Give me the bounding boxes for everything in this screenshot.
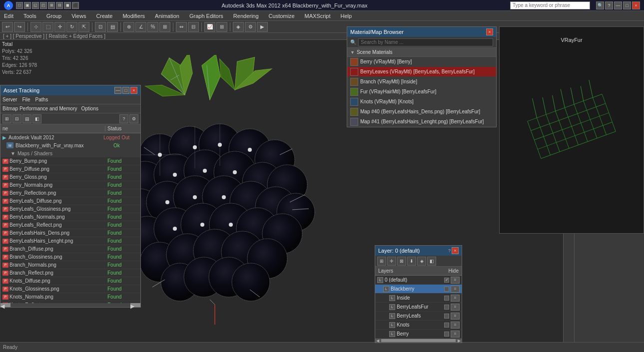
layer-row-6[interactable]: L Berry ≡ [375, 330, 462, 339]
move-btn[interactable]: ✛ [54, 22, 65, 32]
asset-scroll-left[interactable]: ◀ [0, 303, 10, 307]
menu-graph-editors[interactable]: Graph Editors [187, 12, 225, 20]
rotate-btn[interactable]: ↻ [66, 22, 77, 32]
layers-scroll-left[interactable]: ◀ [376, 339, 379, 343]
render-btn[interactable]: ▶ [257, 22, 268, 32]
reference-btn[interactable]: ⊡ [95, 22, 106, 32]
curve-editor-btn[interactable]: 📈 [204, 22, 215, 32]
layer-opts-6[interactable]: ≡ [451, 331, 460, 338]
asset-close-btn[interactable]: × [130, 87, 137, 94]
layer-check-5[interactable] [444, 323, 449, 328]
layer-opts-2[interactable]: ≡ [451, 295, 460, 302]
menu-animation[interactable]: Animation [153, 12, 181, 20]
asset-menu-file[interactable]: File [22, 97, 30, 102]
mat-item-4[interactable]: Knots (VRayMtl) [Knots] [347, 97, 496, 107]
layer-check-6[interactable] [444, 332, 449, 337]
menu-group[interactable]: Group [44, 12, 64, 20]
layer-row-0[interactable]: L 0 (default) ✓ ≡ [375, 276, 462, 285]
layers-scrollbar[interactable]: ◀ ▶ [375, 339, 462, 343]
asset-tb-btn-5[interactable]: ? [119, 114, 128, 123]
layer-btn[interactable]: ▤ [107, 22, 118, 32]
asset-tb-btn-4[interactable]: ◧ [32, 114, 41, 123]
select-region-btn[interactable]: ⬚ [42, 22, 53, 32]
mirror-btn[interactable]: ⇔ [176, 22, 187, 32]
layers-tb-2[interactable]: ✛ [387, 257, 396, 266]
help-search-input[interactable] [513, 2, 578, 8]
layer-opts-5[interactable]: ≡ [451, 322, 460, 329]
asset-scroll-right[interactable]: ▶ [130, 303, 140, 307]
asset-minimize-btn[interactable]: — [114, 87, 121, 94]
select-btn[interactable]: ⊹ [30, 22, 41, 32]
snap-btn[interactable]: ⊕ [123, 22, 134, 32]
align-btn[interactable]: ⊟ [188, 22, 199, 32]
help-search-box[interactable] [510, 1, 590, 9]
scale-btn[interactable]: ⇱ [78, 22, 89, 32]
undo-btn[interactable]: ↩ [2, 22, 13, 32]
menu-modifiers[interactable]: Modifiers [120, 12, 147, 20]
menu-customize[interactable]: Customize [267, 12, 297, 20]
asset-tb-btn-1[interactable]: ⊞ [2, 114, 11, 123]
maximize-btn[interactable]: □ [623, 1, 631, 9]
percent-snap-btn[interactable]: % [147, 22, 158, 32]
menu-tools[interactable]: Tools [21, 12, 38, 20]
layer-row-1[interactable]: L Blackberry ≡ [375, 285, 462, 294]
mat-search-input[interactable] [358, 38, 493, 46]
layer-row-3[interactable]: L BerryLeafsFur ≡ [375, 303, 462, 312]
layer-row-2[interactable]: L Inside ≡ [375, 294, 462, 303]
layers-tb-1[interactable]: ⊞ [377, 257, 386, 266]
layer-row-4[interactable]: L BerryLeafs ≡ [375, 312, 462, 321]
mat-scene-materials-header[interactable]: ▼ Scene Materials [347, 48, 496, 57]
spinner-snap-btn[interactable]: ⊞ [159, 22, 170, 32]
minimize-btn[interactable]: — [614, 1, 622, 9]
title-icon-8[interactable]: ⬛ [72, 2, 79, 9]
layer-opts-0[interactable]: ≡ [451, 277, 460, 284]
layers-tb-4[interactable]: ⬇ [407, 257, 416, 266]
asset-tb-btn-2[interactable]: ⊟ [12, 114, 21, 123]
angle-snap-btn[interactable]: ∠ [135, 22, 146, 32]
title-icon-6[interactable]: ⊟ [56, 2, 63, 9]
asset-menu-server[interactable]: Server [2, 97, 17, 102]
mat-item-0[interactable]: Berry (VRayMtl) [Berry] [347, 57, 496, 67]
title-icon-3[interactable]: ◱ [32, 2, 39, 9]
layers-scroll-right[interactable]: ▶ [458, 339, 461, 343]
search-btn[interactable]: 🔍 [596, 1, 604, 9]
asset-tb-btn-3[interactable]: ▤ [22, 114, 31, 123]
layers-close-btn[interactable]: × [452, 247, 459, 254]
menu-help[interactable]: Help [339, 12, 354, 20]
menu-views[interactable]: Views [69, 12, 88, 20]
asset-maximize-btn[interactable]: □ [122, 87, 129, 94]
menu-edit[interactable]: Edit [2, 12, 15, 20]
menu-rendering[interactable]: Rendering [231, 12, 261, 20]
layer-opts-1[interactable]: ≡ [451, 286, 460, 293]
close-btn[interactable]: × [632, 1, 640, 9]
title-icon-5[interactable]: ⊞ [48, 2, 55, 9]
layer-row-5[interactable]: L Knots ≡ [375, 321, 462, 330]
asset-menu-paths[interactable]: Paths [35, 97, 48, 102]
layers-question-btn[interactable]: ? [448, 248, 451, 253]
help-btn[interactable]: ? [605, 1, 613, 9]
layers-scroll-thumb[interactable] [381, 339, 456, 342]
layer-check-0[interactable]: ✓ [444, 278, 449, 283]
mat-item-3[interactable]: Fur (VRayHairMtl) [BerryLeafsFur] [347, 87, 496, 97]
layers-tb-6[interactable]: ◧ [427, 257, 436, 266]
title-icon-4[interactable]: ◰ [40, 2, 47, 9]
title-icon-2[interactable]: ▣ [24, 2, 31, 9]
redo-btn[interactable]: ↪ [14, 22, 25, 32]
layer-check-1[interactable] [444, 287, 449, 292]
asset-scrollbar[interactable]: ◀ ▶ [0, 303, 140, 307]
mat-item-5[interactable]: Map #40 (BerryLeafsHairs_Dens.png) [Berr… [347, 107, 496, 117]
layer-opts-4[interactable]: ≡ [451, 313, 460, 320]
asset-tb-btn-6[interactable]: ⚙ [129, 114, 138, 123]
title-icon-1[interactable]: □ [16, 2, 23, 9]
mat-item-6[interactable]: Map #41 (BerryLeafsHairs_Lenght.png) [Be… [347, 117, 496, 127]
menu-maxscript[interactable]: MAXScript [303, 12, 333, 20]
layer-opts-3[interactable]: ≡ [451, 304, 460, 311]
layer-check-2[interactable] [444, 296, 449, 301]
title-icon-7[interactable]: ◼ [64, 2, 71, 9]
layers-tb-5[interactable]: ◈ [417, 257, 426, 266]
layer-check-3[interactable] [444, 305, 449, 310]
mat-item-2[interactable]: Branch (VRayMtl) [Inside] [347, 77, 496, 87]
render-setup-btn[interactable]: ⚙ [245, 22, 256, 32]
mat-close-btn[interactable]: × [486, 28, 493, 35]
menu-create[interactable]: Create [94, 12, 114, 20]
